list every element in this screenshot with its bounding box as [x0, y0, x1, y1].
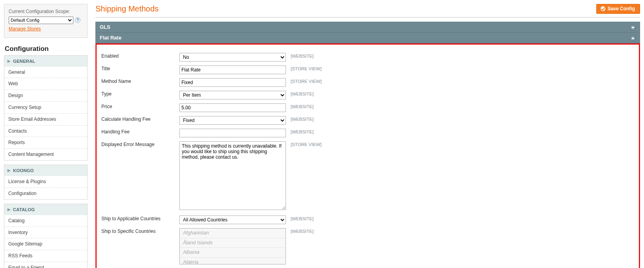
nav-item[interactable]: Reports	[4, 137, 87, 148]
nav-item[interactable]: Configuration	[4, 187, 87, 199]
nav-head-general[interactable]: ▶ GENERAL	[4, 56, 87, 67]
nav-section-catalog: ▶ CATALOG Catalog Inventory Google Sitem…	[4, 204, 88, 268]
nav-head-label: CATALOG	[13, 206, 35, 213]
field-row-handling: Handling Fee [WEBSITE]	[99, 127, 634, 140]
sidebar: Current Configuration Scope: Default Con…	[0, 0, 88, 268]
calc-handling-select[interactable]: Fixed	[179, 116, 286, 125]
field-label: Handling Fee	[99, 127, 177, 140]
page-title: Shipping Methods	[95, 4, 159, 13]
scope-badge: [WEBSITE]	[288, 52, 634, 64]
field-row-title: Title [STORE VIEW]	[99, 64, 634, 77]
divider	[95, 17, 640, 18]
field-label: Displayed Error Message	[99, 140, 177, 214]
scope-badge: [STORE VIEW]	[288, 64, 634, 77]
nav-item[interactable]: Contacts	[4, 125, 87, 137]
help-icon[interactable]: ?	[75, 17, 80, 23]
type-select[interactable]: Per Item	[179, 91, 286, 99]
nav-item[interactable]: Email to a Friend	[4, 262, 87, 268]
check-icon	[601, 6, 605, 11]
nav-head-label: GENERAL	[13, 58, 35, 64]
flat-rate-pane: Enabled No [WEBSITE] Title [STORE VIEW] …	[95, 43, 640, 268]
scope-badge: [STORE VIEW]	[288, 77, 634, 90]
scope-badge: [WEBSITE]	[288, 102, 634, 115]
applicable-countries-select[interactable]: All Allowed Countries	[179, 216, 286, 224]
title-field[interactable]	[179, 66, 286, 74]
nav-item[interactable]: General	[4, 67, 87, 78]
scope-badge: [STORE VIEW]	[288, 140, 634, 214]
nav-item[interactable]: License & Plugins	[4, 176, 87, 187]
field-label: Ship to Applicable Countries	[99, 214, 177, 227]
field-label: Title	[99, 64, 177, 77]
accordion-label: Flat Rate	[100, 34, 121, 41]
nav-item[interactable]: Content Management	[4, 148, 87, 160]
field-label: Enabled	[99, 52, 177, 64]
sidebar-title: Configuration	[5, 45, 88, 53]
nav-section-koongo: ▶ KOONGO License & Plugins Configuration	[4, 165, 88, 200]
scope-badge: [WEBSITE]	[288, 115, 634, 127]
scope-badge: [WEBSITE]	[288, 127, 634, 140]
country-option[interactable]: Albania	[180, 248, 286, 258]
manage-stores-link[interactable]: Manage Stores	[9, 26, 41, 32]
method-name-field[interactable]	[179, 78, 286, 87]
scope-box: Current Configuration Scope: Default Con…	[4, 4, 88, 38]
field-label: Calculate Handling Fee	[99, 115, 177, 127]
field-row-price: Price [WEBSITE]	[99, 102, 634, 115]
accordion-flat-rate[interactable]: Flat Rate	[95, 33, 640, 43]
specific-countries-multiselect[interactable]: Afghanistan Åland Islands Albania Algeri…	[179, 228, 286, 264]
nav-head-label: KOONGO	[13, 167, 34, 174]
nav-item[interactable]: Currency Setup	[4, 101, 87, 113]
nav-item[interactable]: Catalog	[4, 215, 87, 227]
country-option[interactable]: Afghanistan	[180, 229, 286, 238]
scope-select[interactable]: Default Config	[9, 17, 73, 24]
nav-item[interactable]: Google Sitemap	[4, 238, 87, 250]
nav-item[interactable]: Inventory	[4, 227, 87, 238]
error-message-textarea[interactable]	[179, 141, 286, 210]
nav-item[interactable]: Web	[4, 78, 87, 90]
save-button-label: Save Config	[608, 6, 635, 11]
field-label: Price	[99, 102, 177, 115]
country-option[interactable]: Åland Islands	[180, 238, 286, 248]
field-label: Method Name	[99, 77, 177, 90]
handling-fee-field[interactable]	[179, 129, 286, 137]
field-row-specific: Ship to Specific Countries Afghanistan Å…	[99, 227, 634, 267]
field-row-applicable: Ship to Applicable Countries All Allowed…	[99, 214, 634, 227]
chevron-right-icon: ▶	[7, 207, 11, 212]
field-row-enabled: Enabled No [WEBSITE]	[99, 52, 634, 64]
nav-item[interactable]: Store Email Addresses	[4, 113, 87, 125]
accordion-gls[interactable]: GLS	[95, 22, 640, 33]
nav-section-general: ▶ GENERAL General Web Design Currency Se…	[4, 55, 88, 161]
accordion-label: GLS	[100, 24, 110, 31]
chevron-up-icon	[630, 35, 636, 41]
chevron-right-icon: ▶	[7, 168, 11, 173]
main-content: Shipping Methods Save Config GLS Flat Ra…	[88, 0, 644, 268]
scope-badge: [WEBSITE]	[288, 90, 634, 102]
chevron-right-icon: ▶	[7, 58, 11, 64]
field-label: Type	[99, 90, 177, 102]
field-row-method: Method Name [STORE VIEW]	[99, 77, 634, 90]
price-field[interactable]	[179, 103, 286, 112]
scope-label: Current Configuration Scope:	[9, 8, 83, 15]
nav-item[interactable]: Design	[4, 90, 87, 101]
enabled-select[interactable]: No	[179, 53, 286, 62]
field-row-calc: Calculate Handling Fee Fixed [WEBSITE]	[99, 115, 634, 127]
country-option[interactable]: Algeria	[180, 258, 286, 265]
field-row-type: Type Per Item [WEBSITE]	[99, 90, 634, 102]
scope-badge: [WEBSITE]	[288, 227, 634, 267]
scope-badge: [WEBSITE]	[288, 214, 634, 227]
nav-head-catalog[interactable]: ▶ CATALOG	[4, 204, 87, 215]
nav-item[interactable]: RSS Feeds	[4, 250, 87, 262]
save-config-button[interactable]: Save Config	[596, 4, 640, 14]
chevron-down-icon	[630, 24, 636, 30]
field-row-error: Displayed Error Message [STORE VIEW]	[99, 140, 634, 214]
nav-head-koongo[interactable]: ▶ KOONGO	[4, 165, 87, 176]
field-label: Ship to Specific Countries	[99, 227, 177, 267]
